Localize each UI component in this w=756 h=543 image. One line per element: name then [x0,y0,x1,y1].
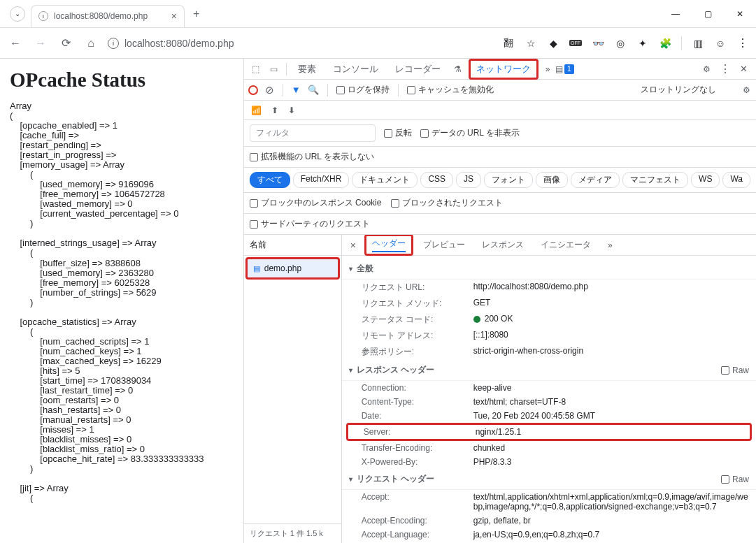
hide-ext-url-label[interactable]: 拡張機能の URL を表示しない [250,151,374,163]
network-settings-icon[interactable]: ⚙ [743,85,750,95]
preserve-log-checkbox[interactable] [336,86,345,94]
record-button[interactable] [248,85,258,95]
chip-document[interactable]: ドキュメント [352,172,418,188]
reload-button[interactable]: ⟳ [57,36,74,50]
chip-all[interactable]: すべて [250,172,290,188]
chip-js[interactable]: JS [456,172,481,188]
search-icon[interactable]: 🔍 [308,85,319,95]
separator [286,63,287,75]
disable-cache-label[interactable]: キャッシュを無効化 [407,84,494,96]
detail-tab-response[interactable]: レスポンス [475,236,531,254]
devtools-menu-icon[interactable]: ⋮ [718,62,733,75]
home-button[interactable]: ⌂ [83,37,99,50]
tab-network[interactable]: ネットワーク [469,59,539,80]
chip-wasm[interactable]: Wa [722,172,750,188]
incognito-icon[interactable]: 👓 [592,37,604,50]
section-request-headers[interactable]: リクエスト ヘッダー Raw [342,469,756,490]
ext2-icon[interactable]: OFF [569,37,582,50]
favicon-icon: i [38,11,48,21]
detail-body: 全般 リクエスト URL:http://localhost:8080/demo.… [342,256,756,543]
titlebar: ⌄ i localhost:8080/demo.php × + — ▢ ✕ [0,0,756,28]
device-icon[interactable]: ▭ [266,64,282,74]
section-general[interactable]: 全般 [342,259,756,280]
ext4-icon[interactable]: ✦ [636,37,649,50]
main-split: OPcache Status Array ( [opcache_enabled]… [0,59,756,543]
translate-icon[interactable]: 翻 [502,37,515,50]
server-header-row: Server:nginx/1.25.1 [346,423,752,441]
tab-recorder[interactable]: レコーダー [388,59,448,80]
disable-cache-checkbox[interactable] [407,86,415,94]
network-toolbar2: 📶 ⬆ ⬇ [244,101,756,120]
profile-icon[interactable]: ☺ [714,37,727,50]
forward-button[interactable]: → [32,37,49,50]
ext3-icon[interactable]: ◎ [614,37,627,50]
filter-icon[interactable]: ▼ [292,85,301,95]
filter-input[interactable]: フィルタ [250,124,376,142]
hide-dataurl-label[interactable]: データの URL を非表示 [420,127,520,139]
page-heading: OPcache Status [10,68,234,92]
sidepanel-icon[interactable]: ▥ [692,37,704,50]
detail-tabs: × ヘッダー プレビュー レスポンス イニシエータ » [342,235,756,256]
issues-icon[interactable]: ▤1 [557,64,572,74]
window-max-button[interactable]: ▢ [692,1,724,27]
chip-image[interactable]: 画像 [536,172,568,188]
throttling-select[interactable]: スロットリングなし [641,84,716,96]
filter-row: フィルタ 反転 データの URL を非表示 [244,120,756,147]
invert-label[interactable]: 反転 [384,127,412,139]
detail-tab-initiator[interactable]: イニシエータ [534,236,598,254]
detail-tabs-overflow[interactable]: » [601,238,620,253]
site-info-icon[interactable]: i [108,38,119,49]
chip-fetchxhr[interactable]: Fetch/XHR [293,172,350,188]
menu-icon[interactable]: ⋮ [736,37,749,50]
request-list: 名前 ▤ demo.php リクエスト 1 件 1.5 k [244,235,342,543]
devtools-panel: ⬚ ▭ 要素 コンソール レコーダー ⚗ ネットワーク » ▤1 ⚙ ⋮ ✕ ⊘… [243,59,756,543]
clear-button[interactable]: ⊘ [265,84,274,96]
upload-icon[interactable]: ⬆ [271,106,278,115]
tab-close-button[interactable]: × [171,10,177,22]
bookmark-star-icon[interactable]: ☆ [525,37,537,50]
download-icon[interactable]: ⬇ [288,106,295,115]
detail-tab-headers[interactable]: ヘッダー [364,235,413,256]
detail-panel: × ヘッダー プレビュー レスポンス イニシエータ » 全般 リクエスト URL… [342,235,756,543]
preserve-log-label[interactable]: ログを保持 [336,84,390,96]
extensions-icon[interactable]: 🧩 [659,37,671,50]
new-tab-button[interactable]: + [193,8,199,20]
thirdparty-row: サードパーティのリクエスト [244,214,756,235]
tab-console[interactable]: コンソール [326,59,385,80]
request-footer: リクエスト 1 件 1.5 k [244,523,341,543]
tab-search-button[interactable]: ⌄ [10,6,25,22]
network-toolbar: ⊘ ▼ 🔍 ログを保持 キャッシュを無効化 スロットリングなし ⚙ [244,80,756,101]
chip-media[interactable]: メディア [571,172,620,188]
browser-tab[interactable]: i localhost:8080/demo.php × [31,5,185,27]
request-list-header[interactable]: 名前 [244,235,341,256]
window-controls: — ▢ ✕ [659,1,756,27]
blocked-row: ブロック中のレスポンス Cookie ブロックされたリクエスト [244,193,756,214]
devtools-settings-icon[interactable]: ⚙ [699,64,715,74]
tabs-overflow[interactable]: » [541,64,555,74]
ext1-icon[interactable]: ◆ [547,37,559,50]
url-text[interactable]: localhost:8080/demo.php [124,38,234,49]
detail-close-button[interactable]: × [345,240,362,251]
recorder-lab-icon[interactable]: ⚗ [450,64,466,74]
chip-css[interactable]: CSS [420,172,453,188]
chip-manifest[interactable]: マニフェスト [622,172,688,188]
divider [681,36,682,50]
tab-title: localhost:8080/demo.php [54,11,148,21]
devtools-close-button[interactable]: ✕ [736,64,752,74]
inspect-icon[interactable]: ⬚ [248,64,264,74]
chip-font[interactable]: フォント [484,172,533,188]
back-button[interactable]: ← [7,37,24,50]
window-min-button[interactable]: — [659,1,692,27]
tab-elements[interactable]: 要素 [291,59,323,80]
window-close-button[interactable]: ✕ [724,1,756,27]
page-content: OPcache Status Array ( [opcache_enabled]… [0,59,243,543]
type-filters: すべて Fetch/XHR ドキュメント CSS JS フォント 画像 メディア… [244,168,756,193]
addressbar: ← → ⟳ ⌂ i localhost:8080/demo.php 翻 ☆ ◆ … [0,28,756,59]
detail-tab-preview[interactable]: プレビュー [416,236,472,254]
file-icon: ▤ [253,264,260,273]
request-item[interactable]: ▤ demo.php [245,257,340,280]
chip-ws[interactable]: WS [691,172,720,188]
section-response-headers[interactable]: レスポンス ヘッダー Raw [342,360,756,381]
filter-row2: 拡張機能の URL を表示しない [244,147,756,168]
wifi-icon[interactable]: 📶 [251,106,262,115]
